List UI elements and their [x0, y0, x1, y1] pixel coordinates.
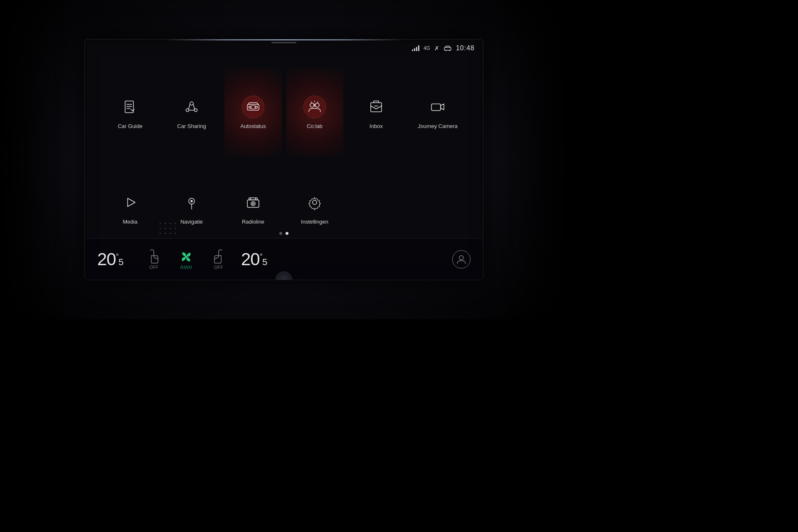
instellingen-icon-circle	[303, 191, 326, 214]
svg-point-31	[252, 203, 254, 204]
car-sharing-icon	[183, 99, 200, 115]
colab-icon-circle	[303, 96, 326, 118]
svg-rect-32	[249, 198, 257, 200]
fan-control[interactable]: ///////	[178, 249, 194, 270]
seat-left-icon	[147, 249, 160, 264]
radioline-label: Radioline	[242, 219, 264, 225]
svg-rect-24	[431, 104, 441, 111]
journey-camera-icon	[429, 99, 446, 115]
colab-icon	[306, 99, 323, 115]
journey-camera-button[interactable]: Journey Camera	[409, 69, 466, 156]
svg-point-36	[185, 256, 187, 258]
car-guide-button[interactable]: Car Guide	[101, 69, 159, 156]
inbox-label: Inbox	[369, 123, 383, 129]
temp-right-display: 20°5	[241, 249, 283, 269]
time-display: 10:48	[456, 44, 475, 52]
svg-line-10	[189, 104, 190, 109]
car-status-icon	[443, 45, 452, 51]
inbox-icon-circle	[365, 96, 387, 118]
fan-icon	[178, 249, 194, 265]
profile-button[interactable]	[452, 250, 470, 268]
signal-icon	[412, 45, 419, 51]
instellingen-label: Instellingen	[301, 219, 328, 225]
svg-point-28	[191, 200, 192, 202]
seat-left-control[interactable]: OFF	[147, 249, 160, 270]
svg-rect-16	[251, 106, 255, 109]
car-guide-icon-circle	[119, 96, 141, 118]
radioline-icon-circle	[242, 191, 264, 214]
autostatus-icon-circle	[242, 96, 264, 118]
svg-rect-29	[247, 200, 259, 207]
page-dot-2[interactable]	[286, 232, 288, 235]
seat-right-label: OFF	[214, 265, 223, 270]
svg-rect-0	[444, 47, 451, 50]
autostatus-label: Autostatus	[240, 123, 266, 129]
car-sharing-icon-circle	[180, 96, 203, 118]
svg-point-15	[256, 106, 258, 108]
page-dot-1[interactable]	[279, 232, 282, 235]
svg-point-37	[459, 256, 463, 260]
svg-marker-26	[128, 198, 135, 207]
fan-speed-label: ///////	[180, 265, 192, 270]
journey-camera-icon-circle	[426, 96, 449, 118]
media-label: Media	[123, 219, 137, 225]
svg-point-35	[313, 200, 317, 204]
autostatus-icon	[245, 99, 261, 115]
svg-point-1	[445, 50, 446, 51]
profile-avatar-icon	[456, 254, 467, 265]
grid-decoration	[160, 223, 178, 236]
svg-point-19	[314, 104, 315, 106]
inbox-button[interactable]: Inbox	[347, 69, 405, 156]
car-guide-label: Car Guide	[118, 123, 142, 129]
svg-point-30	[251, 202, 255, 206]
seat-left-label: OFF	[149, 265, 158, 270]
journey-camera-label: Journey Camera	[418, 123, 458, 129]
main-grid: Car Guide Car Sharing	[85, 60, 483, 260]
autostatus-button[interactable]: Autostatus	[224, 69, 282, 156]
screen-reflection	[165, 39, 404, 40]
outer-shell: 4G ✗ 10:48	[0, 0, 568, 319]
navigatie-label: Navigatie	[180, 219, 203, 225]
profile-icon-circle	[452, 250, 470, 268]
svg-line-22	[311, 102, 312, 103]
radioline-icon	[245, 194, 261, 211]
temp-right-value: 20°5	[241, 249, 267, 269]
media-icon	[122, 194, 138, 211]
svg-marker-25	[441, 104, 444, 110]
media-icon-circle	[119, 191, 141, 214]
seat-right-control[interactable]: OFF	[212, 249, 225, 270]
page-indicator	[279, 232, 288, 235]
bluetooth-icon: ✗	[434, 45, 439, 52]
navigatie-icon	[183, 194, 200, 211]
svg-point-2	[449, 50, 450, 51]
svg-point-7	[190, 102, 193, 105]
svg-rect-23	[371, 103, 382, 112]
car-guide-icon	[122, 99, 138, 115]
svg-line-11	[193, 104, 195, 109]
infotainment-screen: 4G ✗ 10:48	[84, 39, 483, 280]
car-sharing-button[interactable]: Car Sharing	[163, 69, 220, 156]
inbox-icon	[368, 99, 384, 115]
network-badge: 4G	[424, 45, 430, 51]
colab-button[interactable]: Co:lab	[286, 69, 343, 156]
seat-right-icon	[212, 249, 225, 264]
svg-line-21	[318, 102, 318, 103]
colab-label: Co:lab	[307, 123, 323, 129]
top-handle	[271, 42, 296, 43]
temp-left-display: 20°5	[97, 249, 139, 269]
svg-point-14	[249, 106, 251, 108]
navigatie-icon-circle	[180, 191, 203, 214]
status-bar: 4G ✗ 10:48	[412, 44, 475, 52]
instellingen-icon	[306, 194, 323, 211]
car-sharing-label: Car Sharing	[177, 123, 206, 129]
temp-left-value: 20°5	[97, 249, 123, 269]
